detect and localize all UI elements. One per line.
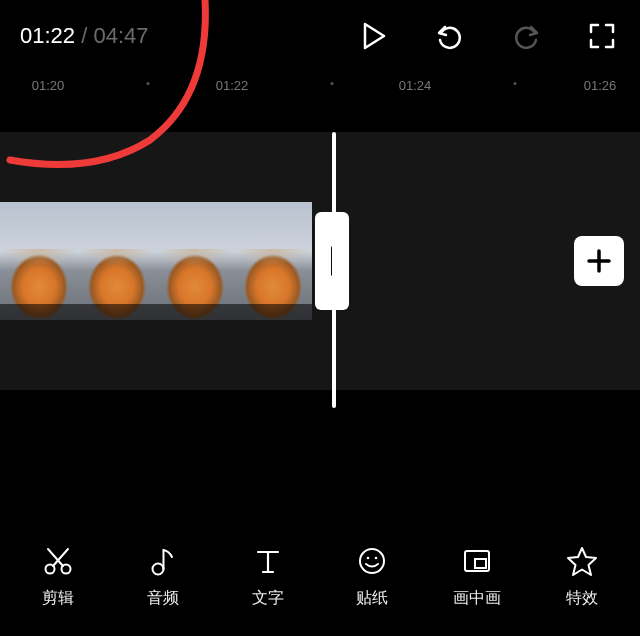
time-display: 01:22 / 04:47 bbox=[20, 23, 358, 49]
timeline-ruler[interactable]: 01:20 01:22 01:24 01:26 bbox=[0, 72, 640, 106]
redo-icon bbox=[511, 21, 541, 51]
play-button[interactable] bbox=[358, 20, 390, 52]
svg-point-2 bbox=[152, 563, 163, 574]
thumbnail-frame bbox=[78, 202, 156, 320]
sub-track[interactable] bbox=[0, 320, 640, 390]
tool-effects[interactable]: 特效 bbox=[537, 544, 627, 609]
header-bar: 01:22 / 04:47 bbox=[0, 0, 640, 72]
redo-button[interactable] bbox=[510, 20, 542, 52]
tool-label: 特效 bbox=[566, 588, 598, 609]
tool-label: 音频 bbox=[147, 588, 179, 609]
ruler-tick bbox=[331, 82, 334, 85]
thumbnail-frame bbox=[156, 202, 234, 320]
ruler-tick bbox=[514, 82, 517, 85]
tool-label: 贴纸 bbox=[356, 588, 388, 609]
tool-text[interactable]: 文字 bbox=[223, 544, 313, 609]
header-actions bbox=[358, 20, 618, 52]
undo-button[interactable] bbox=[434, 20, 466, 52]
svg-point-4 bbox=[367, 556, 370, 559]
ruler-mark: 01:22 bbox=[216, 78, 249, 93]
playhead[interactable] bbox=[332, 132, 336, 408]
tool-sticker[interactable]: 贴纸 bbox=[327, 544, 417, 609]
tool-label: 文字 bbox=[252, 588, 284, 609]
music-note-icon bbox=[146, 544, 180, 578]
ruler-mark: 01:24 bbox=[399, 78, 432, 93]
tool-label: 剪辑 bbox=[42, 588, 74, 609]
ruler-mark: 01:20 bbox=[32, 78, 65, 93]
text-icon bbox=[251, 544, 285, 578]
sticker-icon bbox=[355, 544, 389, 578]
tool-audio[interactable]: 音频 bbox=[118, 544, 208, 609]
svg-rect-7 bbox=[475, 559, 486, 568]
tool-pip[interactable]: 画中画 bbox=[432, 544, 522, 609]
play-icon bbox=[362, 22, 386, 50]
total-time: 04:47 bbox=[93, 23, 148, 48]
add-clip-button[interactable] bbox=[574, 236, 624, 286]
audio-track[interactable] bbox=[0, 132, 640, 202]
svg-point-5 bbox=[375, 556, 378, 559]
star-icon bbox=[565, 544, 599, 578]
undo-icon bbox=[435, 21, 465, 51]
toolbar: 剪辑 音频 文字 贴纸 画中画 特效 bbox=[0, 526, 640, 636]
ruler-tick bbox=[147, 82, 150, 85]
plus-icon bbox=[586, 248, 612, 274]
picture-in-picture-icon bbox=[460, 544, 494, 578]
tool-label: 画中画 bbox=[453, 588, 501, 609]
timeline-area[interactable] bbox=[0, 132, 640, 390]
fullscreen-button[interactable] bbox=[586, 20, 618, 52]
video-track[interactable] bbox=[0, 202, 640, 320]
time-separator: / bbox=[75, 23, 93, 48]
scissors-icon bbox=[41, 544, 75, 578]
thumbnail-frame bbox=[234, 202, 312, 320]
ruler-mark: 01:26 bbox=[584, 78, 617, 93]
thumbnail-frame bbox=[0, 202, 78, 320]
svg-point-3 bbox=[360, 549, 384, 573]
tool-edit[interactable]: 剪辑 bbox=[13, 544, 103, 609]
expand-icon bbox=[589, 23, 615, 49]
current-time: 01:22 bbox=[20, 23, 75, 48]
clip-thumbnails[interactable] bbox=[0, 202, 312, 320]
